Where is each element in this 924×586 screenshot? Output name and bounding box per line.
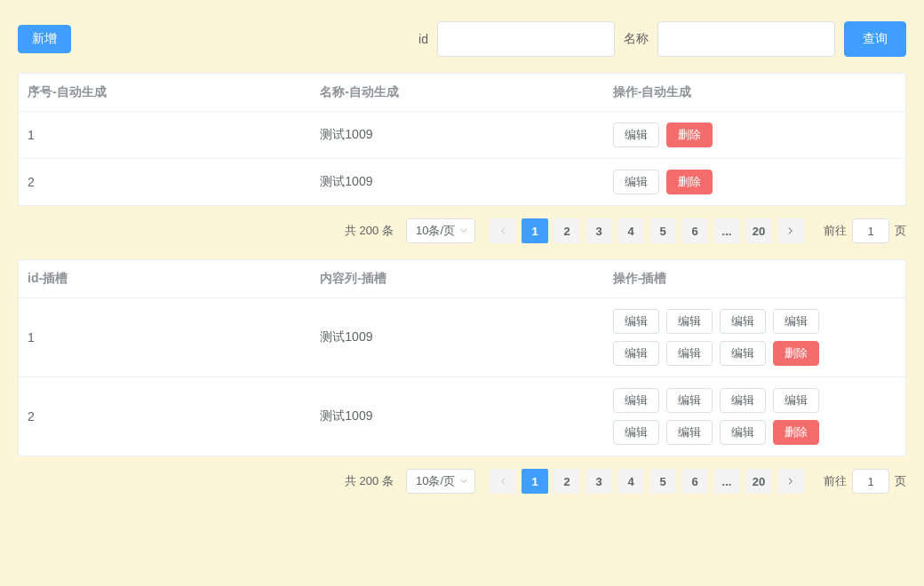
table-slot: id-插槽 内容列-插槽 操作-插槽 1 测试1009 编辑 编辑 编辑 编辑 … [18,259,906,456]
cell-seq: 2 [19,377,311,455]
name-label: 名称 [624,31,649,47]
cell-name: 测试1009 [311,112,603,158]
table-row: 1 测试1009 编辑 编辑 编辑 编辑 编辑 编辑 编辑 删除 [19,298,905,377]
page-button[interactable]: 20 [745,218,772,243]
edit-button[interactable]: 编辑 [613,388,659,413]
th-name: 内容列-插槽 [311,260,603,297]
page-button[interactable]: 6 [681,469,708,494]
delete-button[interactable]: 删除 [666,123,713,147]
cell-ops: 编辑 删除 [604,159,905,205]
cell-seq: 2 [19,159,311,205]
chevron-right-icon [785,226,796,236]
next-page-button[interactable] [777,469,804,494]
jump-prefix: 前往 [824,223,847,239]
prev-page-button[interactable] [490,469,516,494]
th-ops: 操作-插槽 [604,260,905,297]
chevron-down-icon [458,226,469,236]
cell-ops: 编辑 编辑 编辑 编辑 编辑 编辑 编辑 删除 [604,377,905,455]
pagination-1: 共 200 条 10条/页 1 2 3 4 5 6 ... 20 前往 页 [18,218,906,243]
pagination-total: 共 200 条 [345,223,394,239]
pages-ellipsis[interactable]: ... [713,218,740,243]
delete-button[interactable]: 删除 [666,170,713,194]
cell-ops: 编辑 编辑 编辑 编辑 编辑 编辑 编辑 删除 [604,298,905,376]
page-button[interactable]: 5 [649,469,676,494]
cell-name: 测试1009 [311,377,603,455]
table-row: 1 测试1009 编辑 删除 [19,112,905,159]
th-name: 名称-自动生成 [311,74,603,111]
page-button[interactable]: 2 [554,469,580,494]
table-auto: 序号-自动生成 名称-自动生成 操作-自动生成 1 测试1009 编辑 删除 2… [18,73,906,206]
name-input[interactable] [657,21,835,57]
chevron-right-icon [785,476,796,487]
jump-suffix: 页 [895,473,906,489]
pagination-total: 共 200 条 [345,473,394,489]
page-button[interactable]: 3 [585,469,612,494]
th-seq: 序号-自动生成 [19,74,311,111]
edit-button[interactable]: 编辑 [666,309,713,334]
search-button[interactable]: 查询 [844,21,906,57]
th-ops: 操作-自动生成 [604,74,905,111]
edit-button[interactable]: 编辑 [666,341,713,366]
page-size-select[interactable]: 10条/页 [406,469,475,494]
edit-button[interactable]: 编辑 [720,309,766,334]
chevron-left-icon [498,226,508,236]
edit-button[interactable]: 编辑 [720,420,766,445]
edit-button[interactable]: 编辑 [613,170,659,194]
next-page-button[interactable] [777,218,804,243]
jump-suffix: 页 [895,223,906,239]
table-header: id-插槽 内容列-插槽 操作-插槽 [19,260,905,298]
search-form: id 名称 查询 [418,21,906,57]
page-button[interactable]: 2 [554,218,580,243]
table-row: 2 测试1009 编辑 删除 [19,159,905,205]
cell-name: 测试1009 [311,298,603,376]
id-label: id [418,32,428,46]
jump-input[interactable] [852,218,889,243]
table-header: 序号-自动生成 名称-自动生成 操作-自动生成 [19,74,905,112]
cell-ops: 编辑 删除 [604,112,905,158]
edit-button[interactable]: 编辑 [720,388,766,413]
id-input[interactable] [437,21,615,57]
delete-button[interactable]: 删除 [773,420,819,445]
prev-page-button[interactable] [490,218,516,243]
page-button[interactable]: 1 [522,469,548,494]
edit-button[interactable]: 编辑 [613,420,659,445]
edit-button[interactable]: 编辑 [666,420,713,445]
cell-seq: 1 [19,112,311,158]
jump-input[interactable] [852,469,889,494]
page-button[interactable]: 20 [745,469,772,494]
edit-button[interactable]: 编辑 [666,388,713,413]
edit-button[interactable]: 编辑 [773,309,819,334]
page-button[interactable]: 1 [522,218,548,243]
page-button[interactable]: 6 [681,218,708,243]
pagination-jump: 前往 页 [824,218,906,243]
toolbar: 新增 id 名称 查询 [18,0,906,64]
page-size-select[interactable]: 10条/页 [406,218,475,243]
th-seq: id-插槽 [19,260,311,297]
pagination-jump: 前往 页 [824,469,906,494]
cell-name: 测试1009 [311,159,603,205]
delete-button[interactable]: 删除 [773,341,819,366]
page-button[interactable]: 4 [617,218,644,243]
chevron-left-icon [498,476,508,487]
edit-button[interactable]: 编辑 [613,123,659,147]
add-button[interactable]: 新增 [18,25,71,53]
cell-seq: 1 [19,298,311,376]
page-button[interactable]: 5 [649,218,676,243]
chevron-down-icon [458,476,469,487]
edit-button[interactable]: 编辑 [613,309,659,334]
page-button[interactable]: 4 [617,469,644,494]
page-size-label: 10条/页 [416,223,455,239]
table-row: 2 测试1009 编辑 编辑 编辑 编辑 编辑 编辑 编辑 删除 [19,377,905,455]
edit-button[interactable]: 编辑 [613,341,659,366]
edit-button[interactable]: 编辑 [720,341,766,366]
page-button[interactable]: 3 [585,218,612,243]
pages-ellipsis[interactable]: ... [713,469,740,494]
page-size-label: 10条/页 [416,473,455,489]
pagination-2: 共 200 条 10条/页 1 2 3 4 5 6 ... 20 前往 页 [18,469,906,494]
edit-button[interactable]: 编辑 [773,388,819,413]
jump-prefix: 前往 [824,473,847,489]
